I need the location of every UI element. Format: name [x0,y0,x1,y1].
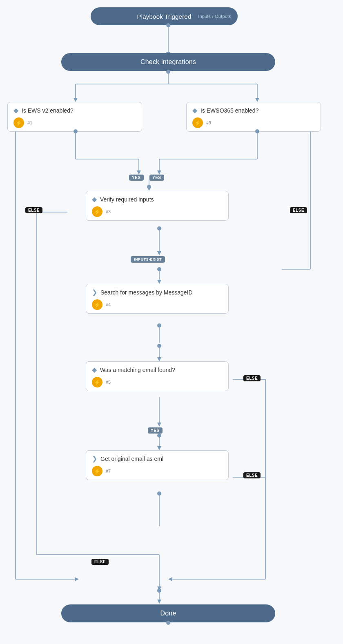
svg-marker-40 [75,577,79,581]
connector-dot-done-bottom [166,621,170,625]
check-integrations-label: Check integrations [140,58,196,66]
yes-label-3: YES [148,427,163,434]
ewso365-num: #9 [206,120,211,125]
svg-marker-9 [255,98,259,102]
done-node[interactable]: Done [61,604,275,622]
search-messages-num: #4 [106,302,111,307]
connector-dot-yes3 [157,434,161,438]
connector-dot-1 [166,23,170,27]
lightning-icon-ewso365: ⚡ [194,120,201,126]
search-messages-title: Search for messages by MessageID [100,289,193,296]
connector-dot-inputs-exist [157,267,161,271]
svg-marker-17 [157,170,161,175]
connector-dot-ews-bottom [74,129,78,133]
diamond-icon-verify: ◆ [92,195,97,203]
diamond-icon-ewso365: ◆ [192,106,197,114]
playbook-triggered-label: Playbook Triggered [137,13,192,20]
else-bottom-label: ELSE [91,559,109,565]
lightning-icon-search: ⚡ [94,302,100,308]
svg-marker-28 [157,357,161,361]
lightning-icon-verify: ⚡ [94,209,100,215]
lightning-icon-ews: ⚡ [16,120,22,126]
inputs-outputs-button[interactable]: Inputs / Outputs [198,14,231,19]
lightning-badge-original-email: ⚡ [92,466,102,476]
ews-v2-node[interactable]: ◆ Is EWS v2 enabled? ⚡ #1 [7,102,142,132]
email-found-title: Was a matching email found? [100,367,175,373]
lightning-icon-email: ⚡ [94,379,100,385]
chevron-icon-search: ❯ [92,288,97,296]
lightning-badge-email: ⚡ [92,377,102,387]
svg-marker-24 [157,280,161,284]
email-found-num: #5 [106,380,111,385]
diamond-icon-ews: ◆ [13,106,18,114]
chevron-icon-email: ❯ [92,455,97,463]
svg-marker-33 [157,446,161,450]
playbook-triggered-node[interactable]: Playbook Triggered Inputs / Outputs [91,7,238,25]
get-original-email-num: #7 [106,469,111,474]
svg-marker-13 [137,170,141,175]
diamond-icon-email: ◆ [92,366,97,374]
ewso365-title: Is EWSO365 enabled? [200,107,258,114]
verify-inputs-num: #3 [106,209,111,214]
else-label-3: ELSE [243,375,261,381]
email-found-node[interactable]: ◆ Was a matching email found? ⚡ #5 [86,361,229,391]
connector-dot-ewso365-bottom [255,129,259,133]
svg-marker-22 [157,251,161,255]
lightning-badge-ewso365: ⚡ [192,117,203,128]
svg-marker-53 [157,600,161,604]
inputs-exist-label: INPUTS-EXIST [131,256,165,263]
connector-lines [0,0,343,644]
lightning-badge-ews: ⚡ [13,117,24,128]
svg-marker-37 [168,577,172,581]
yes-label-1: YES [129,175,144,181]
flowchart-canvas: Playbook Triggered Inputs / Outputs Chec… [0,0,343,644]
get-original-email-title: Get original email as eml [100,456,163,462]
svg-point-26 [157,344,161,348]
ews-v2-title: Is EWS v2 enabled? [22,107,74,114]
connector-dot-email-bottom [157,491,161,496]
connector-dot-2 [166,70,170,74]
else-label-1: ELSE [25,207,42,213]
connector-dot-verify-bottom [157,226,161,230]
get-original-email-node[interactable]: ❯ Get original email as eml ⚡ #7 [86,450,229,480]
check-integrations-node[interactable]: Check integrations [61,53,275,71]
ewso365-node[interactable]: ◆ Is EWSO365 enabled? ⚡ #9 [186,102,321,132]
lightning-badge-verify: ⚡ [92,206,102,217]
lightning-badge-search: ⚡ [92,299,102,310]
connector-dot-done-top [157,589,161,593]
svg-marker-6 [74,98,78,102]
connector-dot-search-bottom [157,323,161,328]
verify-inputs-title: Verify required inputs [100,196,154,203]
yes-label-2: YES [149,175,164,181]
ews-v2-num: #1 [27,120,32,125]
connector-dot-yes-merge [147,185,151,189]
done-label: Done [160,610,176,617]
else-label-2: ELSE [290,207,307,213]
search-messages-node[interactable]: ❯ Search for messages by MessageID ⚡ #4 [86,284,229,314]
verify-inputs-node[interactable]: ◆ Verify required inputs ⚡ #3 [86,191,229,221]
lightning-icon-original-email: ⚡ [94,468,100,474]
else-label-4: ELSE [243,472,261,478]
svg-marker-31 [157,423,161,427]
